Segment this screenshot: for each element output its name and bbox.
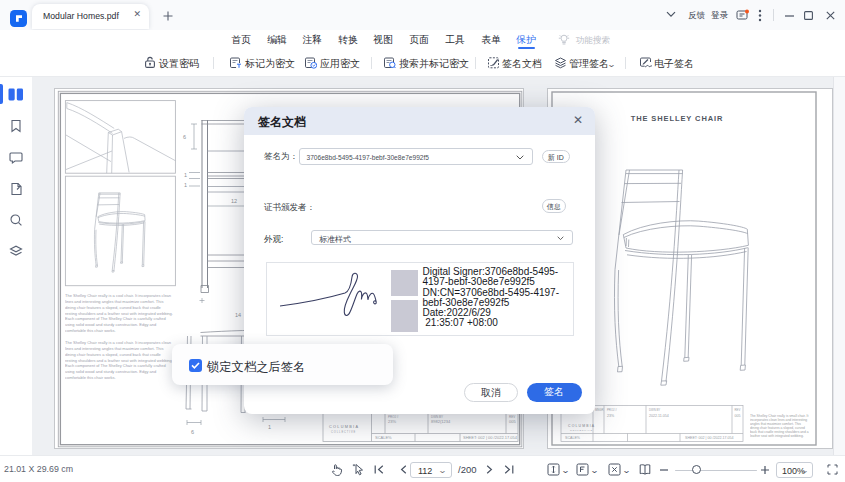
svg-text:12: 12 bbox=[231, 198, 237, 204]
svg-text:2022.11.054: 2022.11.054 bbox=[649, 414, 669, 418]
svg-text:COLLECTIVE: COLLECTIVE bbox=[331, 430, 356, 434]
svg-text:005: 005 bbox=[509, 419, 516, 424]
svg-text:14: 14 bbox=[235, 312, 241, 318]
svg-text:DWN BY: DWN BY bbox=[649, 408, 660, 412]
svg-text:COLUMBIA: COLUMBIA bbox=[329, 425, 359, 429]
svg-text:MNGR: MNGR bbox=[595, 408, 604, 412]
svg-text:6: 6 bbox=[191, 429, 194, 435]
svg-text:8982(1234: 8982(1234 bbox=[431, 419, 451, 424]
svg-text:DWN BY: DWN BY bbox=[431, 415, 443, 419]
svg-text:SHEET: 002 | 00 /2022.17.054: SHEET: 002 | 00 /2022.17.054 bbox=[463, 435, 518, 440]
svg-text:005: 005 bbox=[735, 414, 741, 418]
svg-text:PROJ #: PROJ # bbox=[388, 415, 399, 419]
svg-text:6: 6 bbox=[183, 134, 186, 140]
svg-text:SCALE%: SCALE% bbox=[375, 435, 392, 440]
svg-text:1: 1 bbox=[184, 182, 187, 188]
svg-text:23%: 23% bbox=[388, 419, 396, 424]
svg-text:PROJ #: PROJ # bbox=[607, 408, 617, 412]
svg-text:23%: 23% bbox=[607, 414, 615, 418]
svg-text:COLLECTIVE: COLLECTIVE bbox=[570, 429, 593, 432]
svg-text:REV: REV bbox=[735, 408, 741, 412]
svg-text:SHEET: 002 | 00 /2022.17.054: SHEET: 002 | 00 /2022.17.054 bbox=[685, 436, 734, 440]
svg-text:1: 1 bbox=[184, 172, 187, 178]
svg-text:SCALE%: SCALE% bbox=[565, 436, 581, 440]
svg-text:1: 1 bbox=[268, 424, 271, 430]
svg-text:COLUMBIA: COLUMBIA bbox=[568, 424, 595, 428]
svg-text:REV: REV bbox=[509, 415, 515, 419]
